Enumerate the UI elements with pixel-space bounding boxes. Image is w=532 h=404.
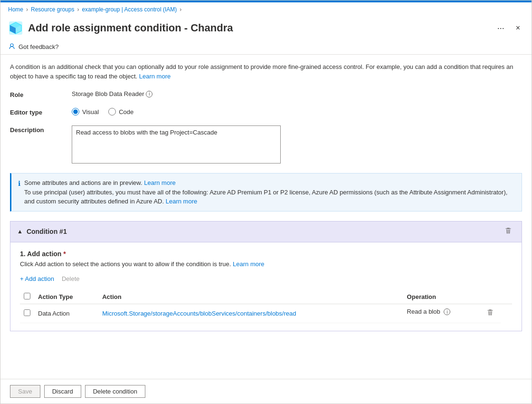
- delete-condition-button[interactable]: Delete condition: [85, 385, 145, 398]
- editor-type-label: Editor type: [10, 108, 72, 116]
- condition-body: 1. Add action * Click Add action to sele…: [10, 242, 522, 331]
- description-textarea[interactable]: Read access to blobs with the tag Projec…: [72, 125, 281, 164]
- row-action-type-0: Data Action: [34, 304, 98, 323]
- role-value: Storage Blob Data Reader: [72, 90, 144, 97]
- breadcrumb: Home › Resource groups › example-group |…: [0, 2, 532, 17]
- role-row: Role Storage Blob Data Reader i: [10, 90, 522, 98]
- azure-cube-icon: [8, 20, 23, 36]
- add-action-desc: Click Add action to select the actions y…: [20, 260, 512, 268]
- info-box: ℹ Some attributes and actions are in pre…: [10, 173, 522, 212]
- info-learn-more-1[interactable]: Learn more: [144, 179, 175, 186]
- table-row: Data Action Microsoft.Storage/storageAcc…: [20, 304, 512, 323]
- info-learn-more-2[interactable]: Learn more: [166, 198, 197, 205]
- row-action-0[interactable]: Microsoft.Storage/storageAccounts/blobSe…: [98, 304, 403, 323]
- intro-text: A condition is an additional check that …: [10, 62, 522, 81]
- close-button[interactable]: ×: [512, 22, 524, 34]
- table-header-checkbox-cell: [20, 290, 34, 304]
- feedback-bar: Got feedback?: [0, 39, 532, 55]
- table-header-operation: Operation: [403, 290, 501, 304]
- condition-delete-icon-btn[interactable]: [502, 226, 515, 237]
- table-header-checkbox[interactable]: [24, 293, 30, 299]
- svg-point-5: [10, 44, 13, 47]
- ellipsis-button[interactable]: ···: [494, 21, 508, 35]
- breadcrumb-home[interactable]: Home: [8, 6, 23, 13]
- table-header-actions: [501, 290, 512, 304]
- delete-action-button[interactable]: Delete: [62, 273, 80, 284]
- condition-section: ▲ Condition #1 1. Add action * Click Add…: [10, 221, 522, 331]
- row-checkbox-cell: [20, 304, 34, 323]
- operation-info-icon-0[interactable]: i: [444, 308, 450, 315]
- row-delete-btn-0[interactable]: [484, 308, 497, 319]
- radio-visual-input[interactable]: [72, 108, 79, 115]
- table-header-action-type: Action Type: [34, 290, 98, 304]
- radio-visual[interactable]: Visual: [72, 108, 99, 115]
- radio-code[interactable]: Code: [108, 108, 133, 115]
- breadcrumb-resource-groups[interactable]: Resource groups: [31, 6, 74, 13]
- intro-learn-more-link[interactable]: Learn more: [139, 73, 171, 80]
- info-box-line1: Some attributes and actions are in previ…: [24, 179, 142, 186]
- save-button[interactable]: Save: [10, 385, 40, 398]
- add-action-button[interactable]: + Add action: [20, 273, 54, 284]
- collapse-icon: ▲: [17, 228, 23, 235]
- role-label: Role: [10, 90, 72, 98]
- info-box-line2: To use principal (user) attributes, you …: [24, 189, 507, 205]
- editor-type-radio-group: Visual Code: [72, 108, 133, 115]
- add-action-learn-more[interactable]: Learn more: [233, 260, 264, 268]
- required-marker: *: [63, 250, 66, 258]
- info-row-1: ℹ Some attributes and actions are in pre…: [18, 178, 515, 206]
- add-action-title: 1. Add action *: [20, 250, 512, 258]
- description-label: Description: [10, 125, 72, 134]
- condition-header[interactable]: ▲ Condition #1: [10, 221, 522, 242]
- radio-code-label: Code: [119, 108, 133, 115]
- role-value-container: Storage Blob Data Reader i: [72, 90, 152, 97]
- breadcrumb-sep-3: ›: [180, 6, 181, 13]
- action-toolbar: + Add action Delete: [20, 273, 512, 284]
- content-area: A condition is an additional check that …: [0, 55, 532, 379]
- info-box-content: Some attributes and actions are in previ…: [24, 178, 515, 206]
- panel-title: Add role assignment condition - Chandra: [28, 22, 494, 34]
- role-info-icon[interactable]: i: [146, 91, 152, 97]
- feedback-icon: [8, 42, 16, 51]
- radio-code-input[interactable]: [108, 108, 116, 115]
- action-table: Action Type Action Operation Data Action…: [20, 290, 512, 323]
- footer: Save Discard Delete condition: [0, 379, 532, 404]
- row-checkbox-0[interactable]: [24, 309, 30, 316]
- row-operation-0: Read a blob i: [403, 304, 501, 323]
- breadcrumb-iam[interactable]: example-group | Access control (IAM): [82, 6, 177, 13]
- discard-button[interactable]: Discard: [44, 385, 81, 398]
- info-box-icon: ℹ: [18, 179, 20, 189]
- table-header-action: Action: [98, 290, 403, 304]
- action-link-0[interactable]: Microsoft.Storage/storageAccounts/blobSe…: [102, 310, 296, 317]
- condition-title: Condition #1: [27, 228, 502, 235]
- table-header-row: Action Type Action Operation: [20, 290, 512, 304]
- breadcrumb-sep-2: ›: [77, 6, 79, 13]
- panel-header: Add role assignment condition - Chandra …: [0, 17, 532, 39]
- editor-type-row: Editor type Visual Code: [10, 108, 522, 116]
- description-row: Description Read access to blobs with th…: [10, 125, 522, 164]
- breadcrumb-sep-1: ›: [26, 6, 28, 13]
- radio-visual-label: Visual: [82, 108, 99, 115]
- feedback-link[interactable]: Got feedback?: [19, 43, 59, 50]
